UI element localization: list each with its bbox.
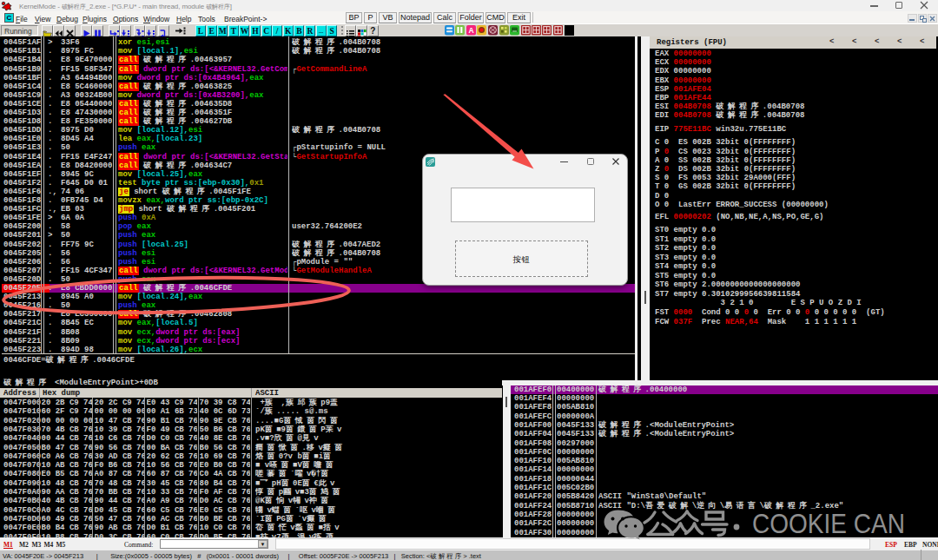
svg-text:A: A — [468, 26, 473, 35]
svg-text:COOKIE CAN: COOKIE CAN — [752, 509, 905, 539]
